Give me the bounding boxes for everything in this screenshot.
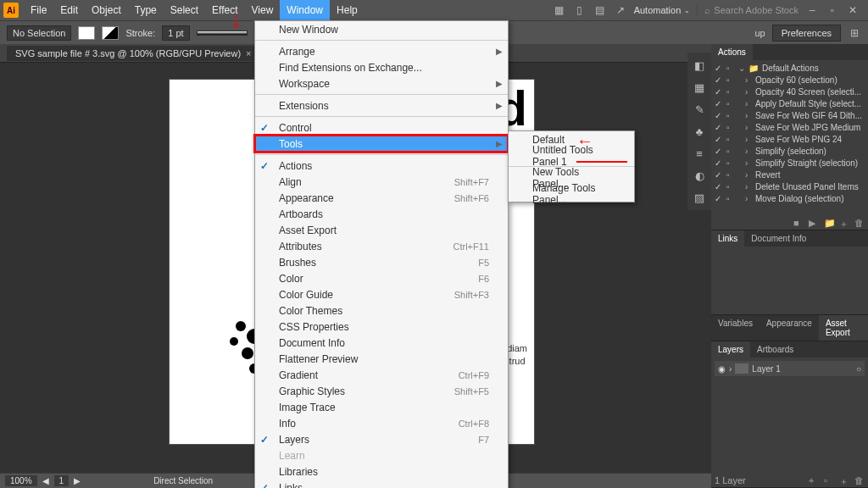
tab-artboards[interactable]: Artboards: [750, 341, 800, 358]
target-icon[interactable]: ○: [856, 364, 861, 374]
action-row[interactable]: ✓▫›Delete Unused Panel Items: [711, 180, 868, 192]
fill-swatch[interactable]: [78, 26, 95, 40]
tab-layers[interactable]: Layers: [711, 341, 750, 358]
menu-file[interactable]: File: [24, 0, 53, 20]
swatches-panel-icon[interactable]: ▦: [692, 80, 707, 95]
menu-help[interactable]: Help: [330, 0, 364, 20]
action-row[interactable]: ✓▫›Revert: [711, 169, 868, 180]
action-row[interactable]: ✓▫›Save For Web JPG Medium: [711, 121, 868, 133]
minimize-icon[interactable]: –: [805, 3, 819, 17]
new-layer-icon[interactable]: ＋: [839, 475, 849, 485]
layer-row[interactable]: ◉ › Layer 1 ○: [715, 361, 865, 376]
window-menu-links[interactable]: ✓Links: [255, 480, 508, 488]
window-menu-document-info[interactable]: Document Info: [255, 335, 508, 351]
window-menu-find-extensions-on-exchange-[interactable]: Find Extensions on Exchange...: [255, 59, 508, 75]
menu-edit[interactable]: Edit: [53, 0, 85, 20]
maximize-icon[interactable]: ▫: [826, 3, 839, 17]
panel-icon-1[interactable]: ▦: [553, 3, 566, 17]
stop-icon[interactable]: ■: [793, 218, 804, 228]
action-row[interactable]: ✓▫›Opacity 40 Screen (selecti...: [711, 86, 868, 97]
tools-submenu-untitled-tools-panel-1[interactable]: Untitled Tools Panel 1: [509, 147, 634, 164]
window-menu-align[interactable]: AlignShift+F7: [255, 174, 508, 190]
window-menu-new-window[interactable]: New Window: [255, 21, 508, 37]
window-menu-layers[interactable]: ✓LayersF7: [255, 431, 508, 447]
current-tool: Direct Selection: [153, 476, 213, 485]
menu-view[interactable]: View: [245, 0, 281, 20]
brushes-panel-icon[interactable]: ✎: [692, 102, 707, 117]
stroke-swatch[interactable]: [102, 26, 119, 40]
window-menu-image-trace[interactable]: Image Trace: [255, 399, 508, 415]
panel-menu-icon[interactable]: ⊞: [848, 26, 861, 40]
new-action-icon[interactable]: ＋: [839, 218, 849, 228]
tab-variables[interactable]: Variables: [711, 315, 760, 341]
gradient-panel-icon[interactable]: ◐: [692, 168, 707, 183]
action-row[interactable]: ✓▫›Move Dialog (selection): [711, 192, 868, 204]
new-set-icon[interactable]: 📁: [824, 218, 834, 228]
tab-asset-export[interactable]: Asset Export: [819, 315, 868, 341]
action-row[interactable]: ✓▫›Opacity 60 (selection): [711, 74, 868, 86]
window-menu-graphic-styles[interactable]: Graphic StylesShift+F5: [255, 383, 508, 399]
action-row[interactable]: ✓▫›Apply Default Style (select...: [711, 97, 868, 109]
window-menu-appearance[interactable]: AppearanceShift+F6: [255, 190, 508, 206]
window-menu-color[interactable]: ColorF6: [255, 270, 508, 286]
window-menu-css-properties[interactable]: CSS Properties: [255, 319, 508, 335]
menu-window[interactable]: Window: [280, 0, 330, 20]
menu-effect[interactable]: Effect: [205, 0, 244, 20]
window-menu-tools[interactable]: Tools▶: [255, 136, 508, 152]
menu-type[interactable]: Type: [128, 0, 164, 20]
close-icon[interactable]: ✕: [846, 3, 860, 17]
window-menu-artboards[interactable]: Artboards: [255, 206, 508, 222]
window-menu-workspace[interactable]: Workspace▶: [255, 75, 508, 92]
action-row[interactable]: ✓▫›Simplify Straight (selection): [711, 157, 868, 169]
tab-document-info[interactable]: Document Info: [744, 230, 813, 247]
page-field[interactable]: 1: [54, 475, 70, 486]
menu-object[interactable]: Object: [85, 0, 128, 20]
preferences-button[interactable]: Preferences: [772, 25, 841, 42]
menu-select[interactable]: Select: [164, 0, 205, 20]
tools-submenu-manage-tools-panel-[interactable]: Manage Tools Panel...: [509, 186, 634, 202]
play-icon[interactable]: ▶: [809, 218, 819, 228]
setup-label[interactable]: up: [754, 28, 765, 38]
window-menu-color-guide[interactable]: Color GuideShift+F3: [255, 286, 508, 302]
action-row[interactable]: ✓▫›Simplify (selection): [711, 145, 868, 157]
trash-icon[interactable]: 🗑: [854, 218, 865, 228]
delete-layer-icon[interactable]: 🗑: [854, 475, 865, 485]
window-menu-flattener-preview[interactable]: Flattener Preview: [255, 351, 508, 367]
window-menu-brushes[interactable]: BrushesF5: [255, 254, 508, 270]
window-menu-actions[interactable]: ✓Actions: [255, 158, 508, 174]
window-menu-arrange[interactable]: Arrange▶: [255, 43, 508, 59]
tab-actions[interactable]: Actions: [711, 44, 753, 60]
window-menu-extensions[interactable]: Extensions▶: [255, 97, 508, 114]
window-menu-gradient[interactable]: GradientCtrl+F9: [255, 367, 508, 383]
new-sublayer-icon[interactable]: ▫: [824, 475, 834, 485]
expand-icon[interactable]: ›: [729, 364, 732, 374]
color-panel-icon[interactable]: ◧: [692, 58, 707, 73]
stroke-panel-icon[interactable]: ≡: [692, 146, 707, 161]
transparency-panel-icon[interactable]: ▨: [692, 190, 707, 205]
search-stock[interactable]: ⌕Search Adobe Stock: [697, 5, 798, 15]
close-tab-icon[interactable]: ×: [246, 48, 251, 58]
panel-icon-3[interactable]: ▤: [593, 3, 607, 17]
tab-links[interactable]: Links: [711, 230, 744, 247]
window-menu-control[interactable]: ✓Control: [255, 119, 508, 136]
panel-icon-2[interactable]: ▯: [573, 3, 587, 17]
nav-prev-icon[interactable]: ◀: [42, 476, 49, 485]
symbols-panel-icon[interactable]: ♣: [692, 124, 707, 139]
panel-icon-4[interactable]: ↗: [614, 3, 627, 17]
action-row[interactable]: ✓▫›Save For Web PNG 24: [711, 133, 868, 145]
nav-next-icon[interactable]: ▶: [74, 476, 81, 485]
tab-appearance[interactable]: Appearance: [760, 315, 819, 341]
action-row[interactable]: ✓▫›Save For Web GIF 64 Dith...: [711, 109, 868, 121]
stroke-weight[interactable]: 1 pt: [162, 25, 189, 41]
document-tab[interactable]: SVG sample file # 3.svg @ 100% (RGB/GPU …: [7, 46, 260, 61]
window-menu-attributes[interactable]: AttributesCtrl+F11: [255, 238, 508, 254]
automation-dropdown[interactable]: Automation ⌄: [634, 5, 691, 15]
window-menu-libraries[interactable]: Libraries: [255, 463, 508, 480]
window-menu-info[interactable]: InfoCtrl+F8: [255, 415, 508, 431]
zoom-field[interactable]: 100%: [5, 475, 37, 486]
window-menu-asset-export[interactable]: Asset Export: [255, 222, 508, 238]
locate-icon[interactable]: ⌖: [809, 475, 819, 485]
brush-preview[interactable]: [197, 30, 248, 36]
window-menu-color-themes[interactable]: Color Themes: [255, 302, 508, 319]
visibility-icon[interactable]: ◉: [718, 364, 726, 374]
